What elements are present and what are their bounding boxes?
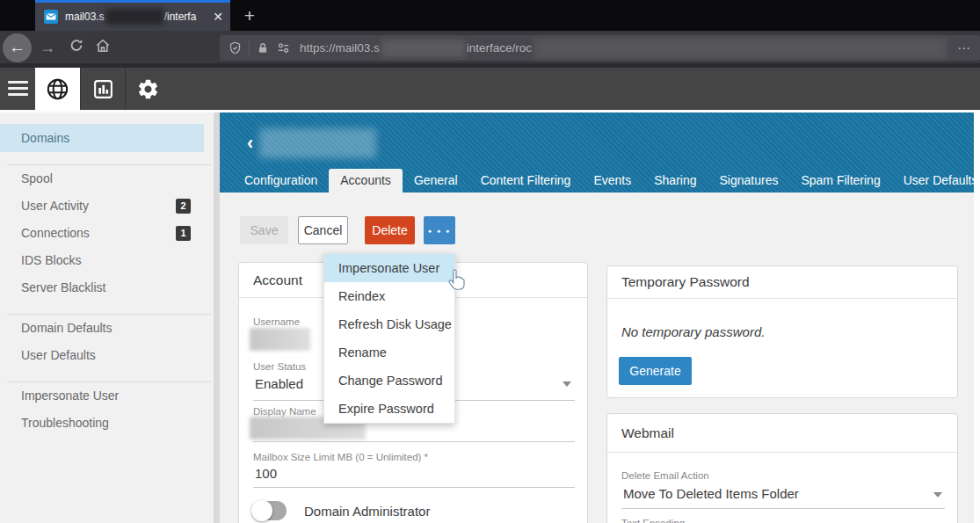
- ellipsis-icon: ● ● ●: [428, 228, 452, 234]
- tab-title: mail03.s /interfa: [65, 9, 196, 25]
- more-actions-menu: Impersonate User Reindex Refresh Disk Us…: [323, 253, 455, 424]
- temp-password-title: Temporary Password: [607, 266, 957, 299]
- tab-signatures[interactable]: Signatures: [708, 169, 789, 192]
- mail-favicon-icon: [44, 10, 58, 24]
- sidebar-item-troubleshooting[interactable]: Troubleshooting: [0, 410, 204, 437]
- home-button[interactable]: [94, 37, 112, 54]
- menu-item-reindex[interactable]: Reindex: [324, 282, 454, 310]
- back-button[interactable]: ←: [3, 33, 32, 62]
- field-underline: [253, 487, 575, 488]
- globe-icon: [46, 77, 69, 101]
- menu-item-refresh-disk-usage[interactable]: Refresh Disk Usage: [324, 310, 454, 338]
- sidebar-scrollbar[interactable]: [214, 113, 220, 523]
- shield-icon[interactable]: [229, 40, 242, 55]
- temporary-password-card: Temporary Password No temporary password…: [606, 265, 958, 398]
- screen: mail03.s /interfa ✕ + ← →: [0, 0, 980, 523]
- content-scrollbar[interactable]: [974, 113, 980, 523]
- tab-accounts[interactable]: Accounts: [329, 169, 403, 192]
- menu-item-expire-password[interactable]: Expire Password: [324, 395, 454, 423]
- mailbox-size-label: Mailbox Size Limit MB (0 = Unlimited) *: [253, 452, 428, 462]
- url-bar[interactable]: https://mail03.s interface/roc ⋯: [220, 35, 980, 61]
- tab-content-filtering[interactable]: Content Filtering: [469, 169, 583, 192]
- user-status-select[interactable]: Enabled: [255, 376, 303, 391]
- gear-icon: [136, 77, 160, 101]
- sidebar: Domains Spool User Activity 2 Connection…: [0, 113, 214, 523]
- tab-events[interactable]: Events: [582, 169, 642, 192]
- domain-admin-label: Domain Administrator: [304, 504, 430, 519]
- username-label: Username: [253, 316, 300, 327]
- url-redacted-1: [381, 40, 465, 57]
- sidebar-item-user-defaults[interactable]: User Defaults: [0, 342, 204, 369]
- toggle-knob: [251, 500, 272, 521]
- url-text: https://mail03.s: [300, 41, 380, 54]
- delete-email-action-label: Delete Email Action: [621, 470, 709, 481]
- delete-email-action-select[interactable]: Move To Deleted Items Folder: [623, 486, 799, 501]
- sidebar-item-user-activity[interactable]: User Activity 2: [0, 192, 204, 220]
- menu-item-change-password[interactable]: Change Password: [324, 367, 454, 395]
- username-value-redacted[interactable]: [250, 328, 310, 351]
- tab-title-redacted: [105, 9, 163, 25]
- menu-item-rename[interactable]: Rename: [324, 338, 454, 367]
- new-tab-button[interactable]: +: [239, 5, 260, 26]
- sidebar-item-impersonate-user[interactable]: Impersonate User: [0, 382, 204, 410]
- webmail-card: Webmail Delete Email Action Move To Dele…: [606, 413, 958, 523]
- page-actions-icon[interactable]: ⋯: [957, 40, 971, 56]
- tab-general[interactable]: General: [403, 169, 469, 192]
- chevron-down-icon[interactable]: [563, 381, 571, 387]
- nav-tab-settings[interactable]: [125, 68, 170, 110]
- url-text-path: interface/roc: [467, 41, 532, 54]
- generate-button[interactable]: Generate: [619, 357, 692, 385]
- browser-tab[interactable]: mail03.s /interfa ✕: [35, 0, 230, 31]
- tab-user-defaults[interactable]: User Defaults: [892, 169, 980, 192]
- browser-tab-strip: mail03.s /interfa ✕ +: [0, 0, 980, 31]
- save-button[interactable]: Save: [240, 216, 288, 244]
- divider: [249, 40, 250, 56]
- tab-sharing[interactable]: Sharing: [642, 169, 708, 192]
- field-underline: [621, 508, 945, 509]
- tab-configuration[interactable]: Configuration: [233, 169, 329, 192]
- nav-tab-reports[interactable]: [80, 68, 125, 110]
- connections-badge: 1: [176, 226, 191, 241]
- domain-title-redacted: [259, 128, 376, 158]
- bar-chart-icon: [92, 78, 114, 100]
- user-activity-badge: 2: [176, 199, 191, 214]
- webmail-title: Webmail: [607, 414, 957, 453]
- back-chevron-icon[interactable]: ‹: [247, 132, 253, 155]
- no-temp-password-text: No temporary password.: [621, 324, 765, 339]
- sidebar-item-server-blacklist[interactable]: Server Blacklist: [0, 274, 204, 301]
- sidebar-item-domains[interactable]: Domains: [0, 124, 204, 152]
- domain-tabs: Configuration Accounts General Content F…: [233, 169, 980, 192]
- display-name-label: Display Name: [253, 406, 316, 417]
- tab-close-icon[interactable]: ✕: [213, 11, 223, 23]
- forward-button[interactable]: →: [40, 38, 55, 57]
- mailbox-size-input[interactable]: 100: [255, 466, 277, 481]
- more-actions-button[interactable]: ● ● ●: [424, 216, 455, 244]
- cancel-button[interactable]: Cancel: [298, 216, 348, 244]
- lock-icon: [257, 41, 269, 55]
- chevron-down-icon[interactable]: [933, 492, 942, 498]
- domain-admin-toggle[interactable]: [251, 501, 287, 520]
- sidebar-item-connections[interactable]: Connections 1: [0, 220, 204, 247]
- hand-cursor-icon: [445, 268, 468, 294]
- delete-button[interactable]: Delete: [365, 216, 415, 244]
- reload-button[interactable]: [68, 37, 85, 54]
- menu-hamburger-icon[interactable]: [8, 81, 28, 96]
- url-redacted-2: [534, 38, 947, 59]
- user-status-label: User Status: [253, 361, 306, 372]
- sidebar-item-ids-blocks[interactable]: IDS Blocks: [0, 247, 204, 274]
- menu-item-impersonate-user[interactable]: Impersonate User: [324, 254, 454, 282]
- sidebar-item-domain-defaults[interactable]: Domain Defaults: [0, 315, 204, 342]
- nav-tab-domains-globe[interactable]: [35, 68, 80, 110]
- permissions-icon[interactable]: [276, 41, 291, 54]
- field-underline: [253, 441, 575, 442]
- tab-spam-filtering[interactable]: Spam Filtering: [789, 169, 891, 192]
- sidebar-item-spool[interactable]: Spool: [0, 165, 204, 192]
- text-encoding-label: Text Encoding: [621, 518, 685, 523]
